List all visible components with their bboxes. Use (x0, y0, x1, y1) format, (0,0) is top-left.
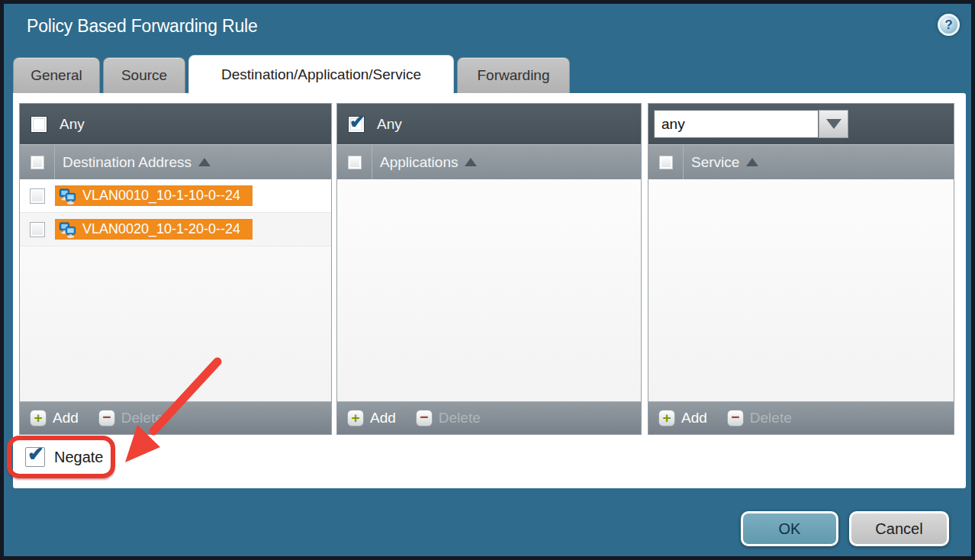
add-plus-icon: + (658, 410, 675, 426)
service-column-title: Service (691, 154, 739, 171)
destination-any-label: Any (60, 116, 85, 133)
table-row[interactable]: VLAN0010_10-1-10-0--24 (20, 179, 331, 213)
tab-source[interactable]: Source (103, 57, 185, 94)
destination-any-header: Any (20, 104, 331, 144)
applications-delete-button[interactable]: − Delete (416, 410, 481, 426)
service-list (648, 179, 954, 401)
tab-destination-application-service[interactable]: Destination/Application/Service (188, 55, 454, 94)
dialog-title: Policy Based Forwarding Rule (27, 16, 258, 37)
service-select-all-checkbox[interactable] (659, 156, 673, 169)
address-object-name: VLAN0010_10-1-10-0--24 (82, 188, 240, 204)
destination-delete-button[interactable]: − Delete (98, 410, 163, 426)
applications-list (337, 179, 641, 401)
row-checkbox[interactable] (30, 188, 45, 204)
add-button-label: Add (681, 410, 707, 426)
tab-general[interactable]: General (13, 57, 100, 94)
applications-select-all-cell (337, 145, 372, 179)
row-checkbox-cell (20, 222, 55, 237)
applications-toolbar: + Add − Delete (337, 401, 641, 434)
service-select-all-cell (648, 145, 684, 179)
sort-ascending-icon[interactable] (746, 158, 758, 166)
negate-label: Negate (54, 449, 104, 466)
applications-any-header: Any (337, 104, 641, 144)
network-hosts-icon (59, 187, 77, 205)
destination-toolbar: + Add − Delete (20, 401, 331, 434)
add-button-label: Add (53, 410, 79, 426)
service-dropdown-header: any (648, 104, 954, 144)
applications-column-title: Applications (380, 154, 458, 171)
delete-button-label: Delete (750, 410, 792, 426)
ok-button[interactable]: OK (741, 511, 838, 546)
service-add-button[interactable]: + Add (658, 410, 707, 426)
service-delete-button[interactable]: − Delete (727, 410, 792, 426)
table-row[interactable]: VLAN0020_10-1-20-0--24 (20, 213, 331, 246)
service-panel: any Service + Add − Delete (648, 103, 954, 435)
row-checkbox[interactable] (30, 222, 45, 237)
applications-select-all-checkbox[interactable] (348, 156, 362, 169)
applications-any-label: Any (377, 116, 402, 133)
destination-select-all-cell (20, 145, 55, 179)
service-column-header[interactable]: Service (648, 144, 954, 179)
destination-add-button[interactable]: + Add (30, 410, 79, 426)
add-button-label: Add (370, 410, 396, 426)
delete-button-label: Delete (121, 410, 163, 426)
destination-any-checkbox[interactable] (31, 116, 47, 133)
delete-minus-icon: − (98, 410, 115, 426)
chevron-down-icon (826, 119, 841, 129)
pbf-rule-dialog: Policy Based Forwarding Rule ? General S… (0, 0, 975, 560)
service-dropdown-button[interactable] (819, 110, 848, 138)
destination-select-all-checkbox[interactable] (31, 156, 44, 169)
sort-ascending-icon[interactable] (198, 158, 211, 166)
destination-address-panel: Any Destination Address (19, 103, 332, 435)
negate-checkbox[interactable] (25, 447, 45, 467)
network-hosts-icon (59, 220, 77, 239)
delete-minus-icon: − (727, 410, 744, 426)
destination-list: VLAN0010_10-1-10-0--24 (20, 179, 331, 401)
add-plus-icon: + (347, 410, 364, 426)
destination-column-header[interactable]: Destination Address (20, 144, 331, 179)
sort-ascending-icon[interactable] (465, 158, 477, 166)
destination-column-title: Destination Address (63, 154, 191, 171)
applications-any-checkbox[interactable] (348, 116, 365, 133)
applications-add-button[interactable]: + Add (347, 410, 396, 426)
service-toolbar: + Add − Delete (648, 401, 954, 434)
cancel-button[interactable]: Cancel (849, 511, 949, 546)
tab-forwarding[interactable]: Forwarding (457, 57, 570, 94)
delete-minus-icon: − (416, 410, 433, 426)
add-plus-icon: + (30, 410, 47, 426)
service-dropdown[interactable]: any (654, 110, 819, 138)
row-checkbox-cell (20, 188, 55, 204)
address-object-chip[interactable]: VLAN0010_10-1-10-0--24 (55, 185, 253, 206)
applications-column-header[interactable]: Applications (337, 144, 641, 179)
applications-panel: Any Applications + Add − Delete (336, 103, 642, 435)
help-icon[interactable]: ? (938, 14, 960, 36)
address-object-chip[interactable]: VLAN0020_10-1-20-0--24 (55, 219, 253, 240)
delete-button-label: Delete (439, 410, 481, 426)
address-object-name: VLAN0020_10-1-20-0--24 (82, 221, 240, 237)
